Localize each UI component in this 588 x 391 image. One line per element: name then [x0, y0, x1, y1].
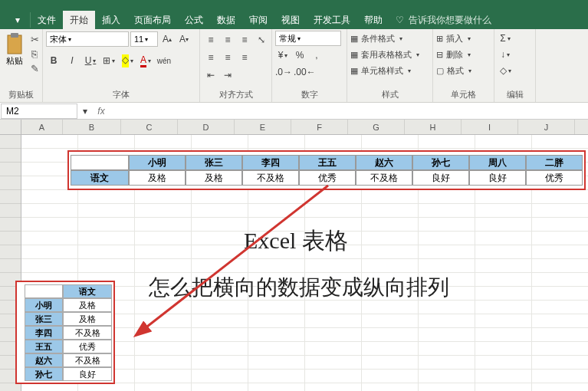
increase-indent-icon[interactable]: ⇥	[220, 67, 235, 83]
vertical-table: 语文小明及格张三及格李四不及格王五优秀赵六不及格孙七良好	[15, 281, 115, 384]
format-cells-button[interactable]: ▢格式▾	[436, 63, 471, 78]
col-header-H[interactable]: H	[405, 120, 462, 134]
col-header-G[interactable]: G	[348, 120, 405, 134]
table-cell: 良好	[63, 367, 112, 381]
row-header[interactable]	[0, 135, 21, 149]
menu-文件[interactable]: 文件	[31, 11, 63, 29]
decrease-decimal-icon[interactable]: .00←	[294, 64, 316, 80]
col-header-E[interactable]: E	[235, 120, 291, 134]
menu-审阅[interactable]: 审阅	[242, 11, 274, 29]
delete-cells-button[interactable]: ⊟删除▾	[436, 47, 471, 62]
align-middle-icon[interactable]: ≡	[220, 32, 235, 48]
fill-color-button[interactable]: ◇▾	[120, 53, 135, 68]
menu-公式[interactable]: 公式	[178, 11, 210, 29]
comma-icon[interactable]: ,	[309, 48, 324, 63]
fx-icon[interactable]: fx	[93, 106, 110, 117]
align-bottom-icon[interactable]: ≡	[237, 32, 252, 48]
increase-decimal-icon[interactable]: .0→	[275, 64, 292, 80]
col-header-J[interactable]: J	[518, 120, 575, 134]
clipboard-icon	[5, 32, 25, 55]
menu-帮助[interactable]: 帮助	[357, 11, 389, 29]
col-header-A[interactable]: A	[21, 120, 63, 134]
clipboard-label: 剪贴板	[3, 87, 39, 100]
row-header[interactable]	[0, 163, 21, 176]
name-box[interactable]: M2	[1, 104, 77, 119]
row-header[interactable]	[0, 149, 21, 163]
delete-icon: ⊟	[436, 50, 443, 60]
align-left-icon[interactable]: ≡	[203, 50, 218, 65]
table-cell: 及格	[186, 170, 242, 186]
menu-插入[interactable]: 插入	[95, 11, 127, 29]
format-painter-icon[interactable]: ✎	[28, 61, 41, 75]
align-top-icon[interactable]: ≡	[203, 32, 218, 48]
format-table-button[interactable]: ▦套用表格格式▾	[350, 47, 419, 62]
col-header-D[interactable]: D	[178, 120, 235, 134]
row-header[interactable]	[0, 218, 21, 232]
orientation-icon[interactable]: ⤡	[254, 32, 269, 48]
underline-button[interactable]: U▾	[83, 53, 98, 68]
decrease-indent-icon[interactable]: ⇤	[203, 67, 218, 83]
menu-开始[interactable]: 开始	[63, 11, 95, 29]
row-header[interactable]	[0, 232, 21, 245]
paste-button[interactable]: 粘贴	[3, 31, 26, 68]
clipboard-group: 粘贴 ✂ ⎘ ✎ 剪贴板	[0, 29, 43, 102]
menu-视图[interactable]: 视图	[274, 11, 307, 29]
font-size-select[interactable]: 11▾	[130, 31, 158, 47]
menu-页面布局[interactable]: 页面布局	[127, 11, 178, 29]
number-format-select[interactable]: 常规▾	[275, 31, 341, 46]
percent-icon[interactable]: %	[292, 48, 307, 63]
table-cell: 及格	[129, 170, 186, 186]
formula-bar[interactable]	[110, 104, 588, 119]
col-header-F[interactable]: F	[291, 120, 348, 134]
font-name-select[interactable]: 宋体▾	[46, 31, 129, 47]
row-header[interactable]	[0, 204, 21, 218]
row-header[interactable]	[0, 190, 21, 204]
copy-icon[interactable]: ⎘	[28, 47, 41, 61]
font-group: 宋体▾ 11▾ A▴ A▾ B I U▾ ⊞▾ ◇▾ A▾ wén 字体	[43, 29, 200, 102]
insert-cells-button[interactable]: ⊞插入▾	[436, 31, 471, 46]
row-header[interactable]	[0, 259, 21, 273]
namebox-dropdown-icon[interactable]: ▾	[77, 104, 93, 119]
cells-group: ⊞插入▾ ⊟删除▾ ▢格式▾ 单元格	[433, 29, 494, 102]
table-cell	[71, 155, 129, 170]
menu-数据[interactable]: 数据	[210, 11, 242, 29]
table-cell: 孙七	[25, 367, 63, 381]
autosum-icon[interactable]: Σ▾	[498, 31, 513, 46]
table-cell: 王五	[25, 340, 63, 353]
border-button[interactable]: ⊞▾	[101, 53, 117, 68]
table-format-icon: ▦	[350, 50, 358, 60]
edit-label: 编辑	[498, 87, 532, 100]
increase-font-icon[interactable]: A▴	[159, 31, 175, 47]
decrease-font-icon[interactable]: A▾	[176, 31, 192, 47]
file-dropdown[interactable]: ▾	[5, 12, 31, 28]
table-cell: 孙七	[412, 155, 469, 170]
cut-icon[interactable]: ✂	[28, 32, 41, 46]
cells-area[interactable]: 小明张三李四王五赵六孙七周八二胖语文及格及格不及格优秀不及格良好良好优秀 语文小…	[21, 135, 588, 391]
cell-styles-button[interactable]: ▦单元格样式▾	[350, 63, 411, 78]
fill-icon[interactable]: ↓▾	[498, 47, 513, 62]
column-headers: ABCDEFGHIJ	[0, 120, 588, 135]
conditional-format-button[interactable]: ▦条件格式▾	[350, 31, 402, 46]
row-header[interactable]	[0, 245, 21, 259]
cells-label: 单元格	[436, 87, 491, 100]
table-cell: 不及格	[356, 170, 412, 186]
col-header-I[interactable]: I	[462, 120, 518, 134]
col-header-C[interactable]: C	[121, 120, 178, 134]
select-all-corner[interactable]	[0, 120, 21, 134]
italic-button[interactable]: I	[64, 53, 80, 68]
table-cell: 王五	[299, 155, 356, 170]
tell-me[interactable]: ♡ 告诉我你想要做什么	[396, 14, 491, 27]
currency-icon[interactable]: ¥▾	[275, 48, 291, 63]
bold-button[interactable]: B	[46, 53, 61, 68]
align-center-icon[interactable]: ≡	[220, 50, 235, 65]
table-cell: 良好	[469, 170, 526, 186]
phonetic-button[interactable]: wén	[156, 53, 172, 68]
row-header[interactable]	[0, 176, 21, 190]
row-header[interactable]	[0, 383, 21, 391]
number-label: 数字	[275, 87, 343, 100]
col-header-B[interactable]: B	[63, 120, 121, 134]
align-right-icon[interactable]: ≡	[237, 50, 252, 65]
font-color-button[interactable]: A▾	[138, 53, 153, 68]
menu-开发工具[interactable]: 开发工具	[307, 11, 357, 29]
clear-icon[interactable]: ◇▾	[498, 63, 513, 78]
